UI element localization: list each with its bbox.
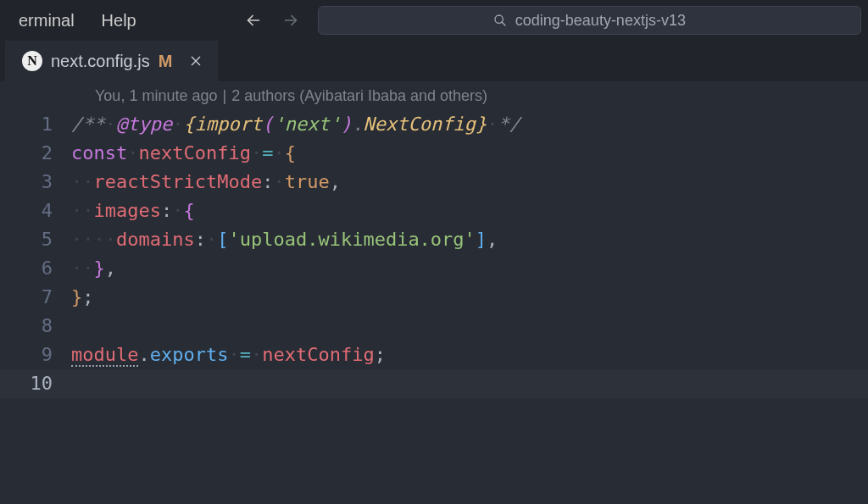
arrow-right-icon bbox=[281, 11, 300, 30]
editor-tab-bar: N next.config.js M bbox=[0, 41, 868, 81]
code-line: 5 ····domains:·['upload.wikimedia.org'], bbox=[0, 225, 868, 254]
line-number: 10 bbox=[0, 369, 71, 398]
nav-forward-button[interactable] bbox=[274, 6, 308, 35]
code-content: const·nextConfig·=·{ bbox=[71, 139, 296, 168]
blame-author-time: You, 1 minute ago bbox=[95, 87, 217, 105]
command-center-search[interactable]: coding-beauty-nextjs-v13 bbox=[318, 6, 861, 35]
search-placeholder: coding-beauty-nextjs-v13 bbox=[515, 12, 686, 30]
code-line: 2 const·nextConfig·=·{ bbox=[0, 139, 868, 168]
arrow-left-icon bbox=[244, 11, 263, 30]
tab-modified-badge: M bbox=[159, 52, 173, 71]
line-number: 1 bbox=[0, 110, 71, 139]
line-number: 2 bbox=[0, 139, 71, 168]
code-content: ····domains:·['upload.wikimedia.org'], bbox=[71, 225, 498, 254]
tab-filename: next.config.js bbox=[51, 52, 150, 71]
line-number: 3 bbox=[0, 168, 71, 197]
title-bar: erminal Help coding-beauty-nextjs-v13 bbox=[0, 0, 868, 41]
code-content: }; bbox=[71, 283, 94, 312]
close-icon bbox=[189, 54, 203, 68]
code-content: ··reactStrictMode:·true, bbox=[71, 168, 341, 197]
code-content: /**·@type·{import('next').NextConfig}·*/ bbox=[71, 110, 520, 139]
code-line-current: 10 bbox=[0, 369, 868, 398]
nav-back-button[interactable] bbox=[236, 6, 270, 35]
code-line: 9 module.exports·=·nextConfig; bbox=[0, 341, 868, 369]
code-line: 8 bbox=[0, 312, 868, 341]
code-line: 7 }; bbox=[0, 283, 868, 312]
menu-terminal[interactable]: erminal bbox=[7, 8, 86, 34]
code-editor[interactable]: 1 /**·@type·{import('next').NextConfig}·… bbox=[0, 110, 868, 398]
line-number: 6 bbox=[0, 254, 71, 283]
code-content: module.exports·=·nextConfig; bbox=[71, 341, 386, 369]
line-number: 4 bbox=[0, 197, 71, 225]
code-line: 3 ··reactStrictMode:·true, bbox=[0, 168, 868, 197]
line-number: 7 bbox=[0, 283, 71, 312]
svg-line-1 bbox=[502, 22, 505, 25]
line-number: 8 bbox=[0, 312, 71, 341]
tab-close-button[interactable] bbox=[186, 51, 206, 71]
git-blame-codelens[interactable]: You, 1 minute ago | 2 authors (Ayibatari… bbox=[0, 81, 868, 110]
code-line: 6 ··}, bbox=[0, 254, 868, 283]
menu-help[interactable]: Help bbox=[90, 8, 148, 34]
nextjs-file-icon: N bbox=[22, 51, 42, 71]
code-line: 1 /**·@type·{import('next').NextConfig}·… bbox=[0, 110, 868, 139]
line-number: 9 bbox=[0, 341, 71, 369]
search-icon bbox=[493, 14, 507, 27]
nav-history bbox=[236, 6, 308, 35]
code-content: ··images:·{ bbox=[71, 197, 195, 225]
code-content: ··}, bbox=[71, 254, 116, 283]
code-line: 4 ··images:·{ bbox=[0, 197, 868, 225]
blame-authors-count: 2 authors (Ayibatari Ibaba and others) bbox=[231, 87, 487, 105]
editor-tab-active[interactable]: N next.config.js M bbox=[5, 41, 218, 81]
line-number: 5 bbox=[0, 225, 71, 254]
codelens-separator: | bbox=[222, 87, 226, 105]
